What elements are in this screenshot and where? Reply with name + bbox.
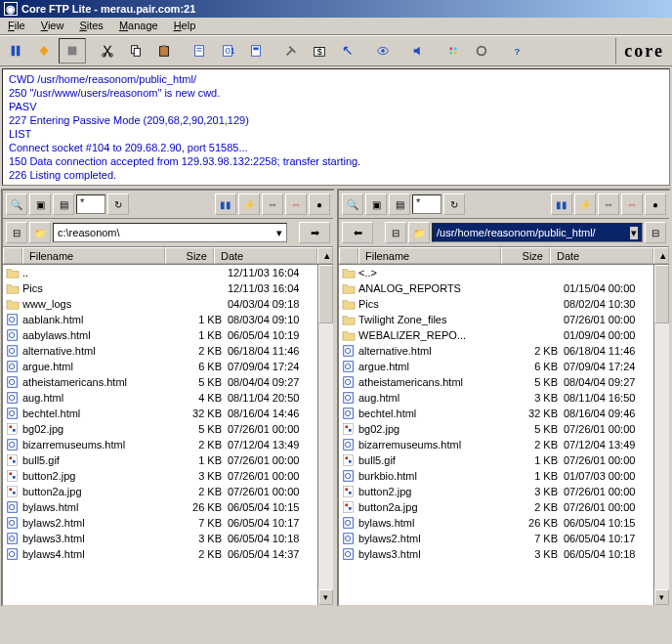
file-row[interactable]: bechtel.html32 KB08/16/04 09:46 (339, 406, 669, 421)
scroll-up-button[interactable]: ▴ (317, 247, 333, 264)
menu-view[interactable]: View (33, 18, 72, 34)
file-row[interactable]: atheistamericans.html5 KB08/04/04 09:27 (3, 374, 333, 390)
reconnect-button[interactable] (30, 38, 58, 64)
filter-input[interactable]: * (412, 194, 441, 214)
cut-button[interactable] (94, 38, 121, 64)
pause-button[interactable]: ▮▮ (215, 193, 236, 215)
file-row[interactable]: bylaws2.html7 KB06/05/04 10:17 (339, 531, 669, 546)
scroll-down-button[interactable]: ▾ (318, 589, 333, 605)
file-row[interactable]: WEBALIZER_REPO...01/09/04 00:00 (339, 327, 669, 343)
menu-help[interactable]: Help (166, 18, 204, 34)
select-button[interactable]: ▣ (365, 193, 387, 215)
file-row[interactable]: alternative.html2 KB06/18/04 11:46 (339, 343, 669, 359)
download-button[interactable]: ⬅ (342, 222, 373, 243)
file-row[interactable]: atheistamericans.html5 KB08/04/04 09:27 (339, 374, 669, 390)
file-row[interactable]: bull5.gif1 KB07/26/01 00:00 (339, 452, 669, 468)
file-row[interactable]: aablank.html1 KB08/03/04 09:10 (3, 312, 333, 327)
up-button[interactable]: 📁 (29, 222, 51, 243)
scroll-track[interactable] (654, 265, 669, 589)
file-row[interactable]: bg02.jpg5 KB07/26/01 00:00 (339, 421, 669, 437)
find-button[interactable]: 🔍 (6, 193, 27, 215)
col-filename[interactable]: Filename (358, 247, 501, 264)
quick-button[interactable]: ⚡ (574, 193, 596, 215)
file-row[interactable]: bizarremuseums.html2 KB07/12/04 13:49 (3, 437, 333, 452)
refresh-button[interactable]: ↻ (107, 193, 129, 215)
file-row[interactable]: argue.html6 KB07/09/04 17:24 (3, 359, 333, 374)
diff-button[interactable]: ◦◦ (621, 193, 643, 215)
remote-file-list[interactable]: <..>ANALOG_REPORTS01/15/04 00:00Pics08/0… (339, 265, 669, 605)
menu-manage[interactable]: Manage (111, 18, 166, 34)
mode-button[interactable]: ● (645, 193, 666, 215)
upload-button[interactable]: ➡ (299, 222, 330, 243)
file-row[interactable]: bylaws.html26 KB06/05/04 10:15 (339, 515, 669, 531)
menu-sites[interactable]: Sites (71, 18, 110, 34)
remote-path-input[interactable]: /usr/home/reasonom/public_html/ ▾ (432, 223, 643, 242)
filter-input[interactable]: * (76, 194, 105, 214)
sync-button[interactable] (334, 38, 361, 64)
refresh-button[interactable]: ↻ (443, 193, 465, 215)
scrollbar[interactable]: ▾ (653, 265, 669, 605)
col-filename[interactable]: Filename (22, 247, 165, 264)
tree-button[interactable]: ⊟ (6, 222, 27, 243)
go-button[interactable]: ⊟ (645, 222, 666, 243)
log-button[interactable]: ▤ (53, 193, 74, 215)
file-row[interactable]: bechtel.html32 KB08/16/04 14:46 (3, 406, 333, 421)
col-date[interactable]: Date (214, 247, 317, 264)
schedule-button[interactable]: $ (306, 38, 333, 64)
help-button[interactable]: ? (503, 38, 530, 64)
file-row[interactable]: bylaws.html26 KB06/05/04 10:15 (3, 499, 333, 515)
edit-button[interactable] (186, 38, 213, 64)
connect-button[interactable] (2, 38, 29, 64)
file-row[interactable]: bg02.jpg5 KB07/26/01 00:00 (3, 421, 333, 437)
file-row[interactable]: bull5.gif1 KB07/26/01 00:00 (3, 452, 333, 468)
options-button[interactable] (468, 38, 495, 64)
log-panel[interactable]: CWD /usr/home/reasonom/public_html/ 250 … (2, 68, 670, 186)
file-row[interactable]: button2a.jpg2 KB07/26/01 00:00 (339, 499, 669, 515)
up-button[interactable]: 📁 (408, 222, 430, 243)
scrollbar[interactable]: ▾ (317, 265, 333, 605)
compare-button[interactable]: ◦◦ (598, 193, 619, 215)
diff-button[interactable]: ◦◦ (285, 193, 307, 215)
file-row[interactable]: aug.html4 KB08/11/04 20:50 (3, 390, 333, 406)
disconnect-button[interactable] (59, 38, 86, 64)
file-row[interactable]: button2.jpg3 KB07/26/01 00:00 (3, 468, 333, 484)
ascii-button[interactable] (242, 38, 270, 64)
menu-file[interactable]: File (0, 18, 33, 34)
col-icon[interactable] (339, 247, 358, 264)
file-row[interactable]: bylaws3.html3 KB06/05/04 10:18 (339, 546, 669, 562)
file-row[interactable]: www_logs04/03/04 09:18 (3, 296, 333, 312)
dropdown-icon[interactable]: ▾ (630, 227, 638, 239)
compare-button[interactable]: ◦◦ (262, 193, 283, 215)
paste-button[interactable] (150, 38, 178, 64)
find-button[interactable]: 🔍 (342, 193, 363, 215)
quick-button[interactable]: ⚡ (238, 193, 260, 215)
col-size[interactable]: Size (165, 247, 214, 264)
sound-button[interactable] (404, 38, 432, 64)
select-button[interactable]: ▣ (29, 193, 51, 215)
scroll-up-button[interactable]: ▴ (653, 247, 669, 264)
file-row[interactable]: <..> (339, 265, 669, 280)
copy-button[interactable] (122, 38, 149, 64)
file-row[interactable]: aabylaws.html1 KB06/05/04 10:19 (3, 327, 333, 343)
tree-button[interactable]: ⊟ (385, 222, 406, 243)
file-row[interactable]: bylaws3.html3 KB06/05/04 10:18 (3, 531, 333, 546)
file-row[interactable]: burkbio.html1 KB01/07/03 00:00 (339, 468, 669, 484)
dropdown-icon[interactable]: ▾ (276, 227, 282, 239)
file-row[interactable]: Twilight Zone_files07/26/01 00:00 (339, 312, 669, 327)
local-file-list[interactable]: ..12/11/03 16:04Pics12/11/03 16:04www_lo… (3, 265, 333, 605)
file-row[interactable]: Pics12/11/03 16:04 (3, 280, 333, 296)
file-row[interactable]: argue.html6 KB07/09/04 17:24 (339, 359, 669, 374)
scroll-down-button[interactable]: ▾ (654, 589, 669, 605)
file-row[interactable]: aug.html3 KB08/11/04 16:50 (339, 390, 669, 406)
mode-button[interactable]: ● (309, 193, 330, 215)
file-row[interactable]: Pics08/02/04 10:30 (339, 296, 669, 312)
pause-button[interactable]: ▮▮ (551, 193, 572, 215)
file-row[interactable]: ANALOG_REPORTS01/15/04 00:00 (339, 280, 669, 296)
col-date[interactable]: Date (550, 247, 653, 264)
scroll-thumb[interactable] (654, 265, 669, 323)
file-row[interactable]: ..12/11/03 16:04 (3, 265, 333, 280)
file-row[interactable]: button2.jpg3 KB07/26/01 00:00 (339, 484, 669, 499)
col-size[interactable]: Size (501, 247, 550, 264)
tools-button[interactable] (277, 38, 305, 64)
file-row[interactable]: bylaws2.html7 KB06/05/04 10:17 (3, 515, 333, 531)
